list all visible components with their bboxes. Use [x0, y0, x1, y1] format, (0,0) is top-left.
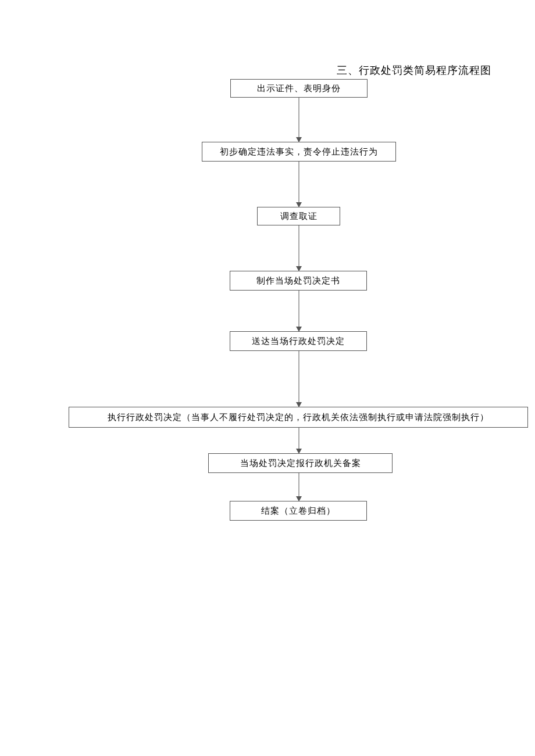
- flow-edge-line: [299, 351, 299, 402]
- flow-edge-line: [299, 428, 299, 449]
- flow-edge-line: [299, 225, 299, 266]
- flowchart-container: 三、行政处罚类简易程序流程图 出示证件、表明身份 初步确定违法事实，责令停止违法…: [0, 0, 535, 756]
- flow-edge-line: [299, 162, 299, 202]
- flow-node-5: 送达当场行政处罚决定: [230, 331, 367, 351]
- flow-edge-line: [299, 473, 299, 496]
- flow-node-8: 结案（立卷归档）: [230, 501, 367, 521]
- flow-edge-line: [299, 291, 299, 327]
- flow-node-4: 制作当场处罚决定书: [230, 271, 367, 291]
- flow-node-7: 当场处罚决定报行政机关备案: [208, 453, 393, 473]
- flow-node-2: 初步确定违法事实，责令停止违法行为: [202, 142, 396, 162]
- flow-node-1: 出示证件、表明身份: [230, 79, 368, 98]
- flow-edge-line: [299, 98, 299, 137]
- flow-node-6: 执行行政处罚决定（当事人不履行处罚决定的，行政机关依法强制执行或申请法院强制执行…: [69, 407, 528, 428]
- flow-node-3: 调查取证: [257, 207, 340, 225]
- diagram-title: 三、行政处罚类简易程序流程图: [337, 63, 491, 77]
